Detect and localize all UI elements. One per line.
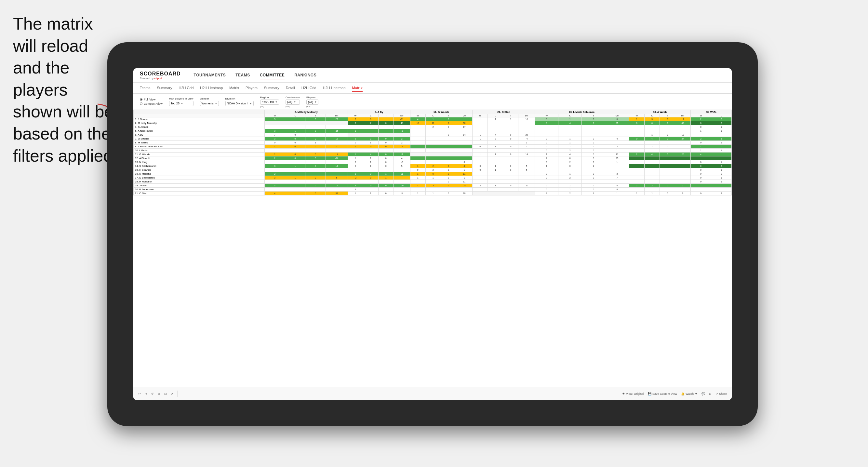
undo-button[interactable]: ↩ [138, 392, 141, 396]
col-header-23: 23. L Marie Schumac. [535, 110, 629, 114]
max-players-filter: Max players in view Top 25 ▼ [169, 97, 193, 106]
col-w1: W [265, 114, 285, 117]
refresh-icon: ⟳ [171, 392, 173, 396]
table-row: 12. A Bianchi 200-16 1104 20025 [134, 156, 732, 160]
player-name: 11. G Woods [134, 153, 265, 156]
separator [177, 391, 178, 397]
conference-select[interactable]: (All) ▼ [285, 99, 300, 105]
player-name: 7. O Mitchell [134, 137, 265, 141]
nav-committee[interactable]: COMMITTEE [260, 71, 285, 80]
nav-bar: SCOREBOARD Powered by clippd TOURNAMENTS… [133, 68, 732, 83]
full-view-radio-dot[interactable] [140, 98, 143, 101]
col-header-60: 60. W Za [691, 110, 732, 114]
logo-powered: Powered by clippd [140, 77, 181, 80]
grid-button[interactable]: ⊞ [709, 392, 712, 396]
nav-teams[interactable]: TEAMS [236, 71, 250, 80]
players-select[interactable]: (All) ▼ [306, 99, 318, 105]
zoom-fit-button[interactable]: ⊡ [164, 392, 167, 396]
col-d2: Dif [394, 114, 410, 117]
tab-h2h-heatmap-2[interactable]: H2H Heatmap [323, 85, 346, 92]
tab-matrix-1[interactable]: Matrix [229, 85, 239, 92]
tab-h2h-heatmap[interactable]: H2H Heatmap [200, 85, 223, 92]
table-row: 7. O Mitchell 30018 2202 120-4 0104 0402… [134, 137, 732, 141]
nav-tournaments[interactable]: TOURNAMENTS [194, 71, 226, 80]
logo-title: SCOREBOARD [140, 71, 181, 77]
players-filter: Players (All) ▼ (All) [306, 96, 318, 107]
player-name: 6. A Dy [134, 133, 265, 137]
table-row: 20. E Andersson 2 0108 [134, 188, 732, 191]
max-players-select[interactable]: Top 25 ▼ [169, 101, 193, 106]
gender-select[interactable]: Women's ▼ [200, 101, 219, 106]
col-l6: L [644, 114, 659, 117]
col-t1: T [305, 114, 326, 117]
grid-icon: ⊞ [709, 392, 712, 396]
col-t2: T [378, 114, 394, 117]
col-l5: L [558, 114, 582, 117]
col-l7: L [711, 114, 732, 117]
col-d5: Dif [605, 114, 629, 117]
col-w6: W [629, 114, 644, 117]
view-original-button[interactable]: 👁 View: Original [622, 392, 644, 396]
redo-icon: ↪ [145, 392, 147, 396]
col-w4: W [472, 114, 488, 117]
table-row: 19. J Kanh 31014 400-20 130-31 210-12 01… [134, 184, 732, 188]
tab-summary[interactable]: Summary [157, 85, 172, 92]
table-row: 21. O Stoll 41033 11014 11010 2211 1109 … [134, 191, 732, 195]
tab-h2h-grid[interactable]: H2H Grid [179, 85, 193, 92]
tablet-screen: SCOREBOARD Powered by clippd TOURNAMENTS… [133, 68, 732, 400]
back-button[interactable]: ↺ [151, 392, 154, 396]
player-name: 18. H Hodgson [134, 180, 265, 184]
chevron-down-icon-5: ▼ [294, 101, 296, 103]
table-row: 16. K Mcgaha 2 30111 10011 0103 00 [134, 172, 732, 176]
compact-view-radio-dot[interactable] [140, 102, 143, 105]
col-header-38: 38. A Webb [629, 110, 690, 114]
player-name: 14. S Srichantamit [134, 164, 265, 168]
player-name: 3. S Jelinek [134, 125, 265, 129]
chevron-down-icon-7: ▼ [695, 392, 698, 396]
nav-rankings[interactable]: RANKINGS [294, 71, 316, 80]
player-name: 17. D Ballesteros [134, 176, 265, 180]
name-header [134, 114, 265, 117]
sub-nav: Teams Summary H2H Grid H2H Heatmap Matri… [133, 83, 732, 94]
save-custom-view-button[interactable]: 💾 Save Custom View [648, 392, 677, 396]
col-header-21: 21. O Stoll [472, 110, 535, 114]
player-name: 2. M Kelly Mulcahy [134, 121, 265, 125]
chevron-down-icon-2: ▼ [215, 102, 217, 105]
table-row: 8. M Torres 001 0102 3 010 01 [134, 141, 732, 145]
division-select[interactable]: NCAA Division II ▼ [225, 101, 254, 106]
tab-matrix-active[interactable]: Matrix [352, 85, 362, 92]
col-header-11: 11. G Woods [410, 110, 472, 114]
col-l2: L [363, 114, 378, 117]
tab-h2h-grid-2[interactable]: H2H Grid [302, 85, 316, 92]
tab-teams[interactable]: Teams [140, 85, 150, 92]
col-l1: L [285, 114, 305, 117]
compact-view-radio[interactable]: Compact View [140, 102, 163, 105]
tab-players[interactable]: Players [246, 85, 257, 92]
table-row: 17. D Ballesteros 3106 -201 1101 0207 01 [134, 176, 732, 180]
player-name: 9. A Maria Jimenez Rios [134, 145, 265, 149]
comment-button[interactable]: 💬 [702, 392, 705, 396]
share-button[interactable]: ↗ Share [715, 392, 727, 396]
watch-button[interactable]: 🔔 Watch ▼ [681, 392, 698, 396]
tab-detail[interactable]: Detail [286, 85, 295, 92]
chevron-down-icon: ▼ [181, 102, 183, 105]
table-row: 1. J Garcia 31027 30-11 410 11110 0106 1… [134, 117, 732, 121]
table-row: 6. A Dy 70 014 14025 1013 [134, 133, 732, 137]
col-w7: W [691, 114, 711, 117]
back-icon: ↺ [151, 392, 154, 396]
toolbar-right: 👁 View: Original 💾 Save Custom View 🔔 Wa… [622, 392, 727, 396]
chevron-down-icon-6: ▼ [314, 101, 317, 103]
region-select[interactable]: East - DII ▼ [260, 99, 279, 105]
col-d1: Dif [326, 114, 348, 117]
matrix-scroll-area[interactable]: 2. M Kelly Mulcahy 6. A Dy 11. G Woods 2… [133, 110, 732, 387]
zoom-in-button[interactable]: ⊕ [158, 392, 160, 396]
col-header-2: 2. M Kelly Mulcahy [265, 110, 348, 114]
full-view-radio[interactable]: Full View [140, 98, 163, 101]
refresh-button[interactable]: ⟳ [171, 392, 173, 396]
table-row: 14. S Srichantamit 31014 0105 1204 0105 … [134, 164, 732, 168]
redo-button[interactable]: ↪ [145, 392, 147, 396]
tab-summary-2[interactable]: Summary [264, 85, 279, 92]
col-t3: T [441, 114, 456, 117]
tablet-device: SCOREBOARD Powered by clippd TOURNAMENTS… [107, 42, 758, 426]
view-options: Full View Compact View [140, 98, 163, 105]
